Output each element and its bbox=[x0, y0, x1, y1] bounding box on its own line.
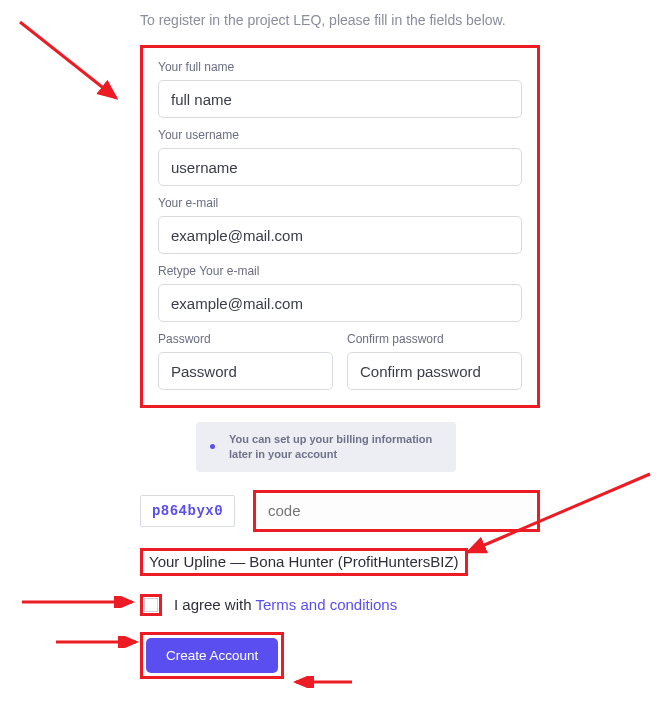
agree-prefix: I agree with bbox=[174, 596, 255, 613]
billing-tip: You can set up your billing information … bbox=[196, 422, 456, 472]
intro-text: To register in the project LEQ, please f… bbox=[140, 10, 540, 31]
fullname-label: Your full name bbox=[158, 60, 522, 74]
captcha-highlight bbox=[253, 490, 540, 532]
email-input[interactable] bbox=[158, 216, 522, 254]
captcha-input[interactable] bbox=[258, 495, 535, 527]
create-account-button[interactable]: Create Account bbox=[146, 638, 278, 673]
password-confirm-input[interactable] bbox=[347, 352, 522, 390]
registration-form: Your full name Your username Your e-mail… bbox=[140, 45, 540, 408]
username-label: Your username bbox=[158, 128, 522, 142]
username-input[interactable] bbox=[158, 148, 522, 186]
email-label: Your e-mail bbox=[158, 196, 522, 210]
bullet-icon bbox=[210, 444, 215, 449]
submit-highlight: Create Account bbox=[140, 632, 284, 679]
agree-checkbox[interactable] bbox=[144, 598, 158, 612]
captcha-display: p864byx0 bbox=[140, 495, 235, 527]
email-retype-label: Retype Your e-mail bbox=[158, 264, 522, 278]
checkbox-highlight bbox=[140, 594, 162, 616]
password-label: Password bbox=[158, 332, 333, 346]
agree-label: I agree with Terms and conditions bbox=[174, 596, 397, 613]
upline-text: Your Upline — Bona Hunter (ProfitHunters… bbox=[149, 553, 459, 570]
password-confirm-label: Confirm password bbox=[347, 332, 522, 346]
terms-link[interactable]: Terms and conditions bbox=[255, 596, 397, 613]
password-input[interactable] bbox=[158, 352, 333, 390]
fullname-input[interactable] bbox=[158, 80, 522, 118]
billing-tip-text: You can set up your billing information … bbox=[229, 432, 442, 462]
email-retype-input[interactable] bbox=[158, 284, 522, 322]
upline-highlight: Your Upline — Bona Hunter (ProfitHunters… bbox=[140, 548, 468, 576]
